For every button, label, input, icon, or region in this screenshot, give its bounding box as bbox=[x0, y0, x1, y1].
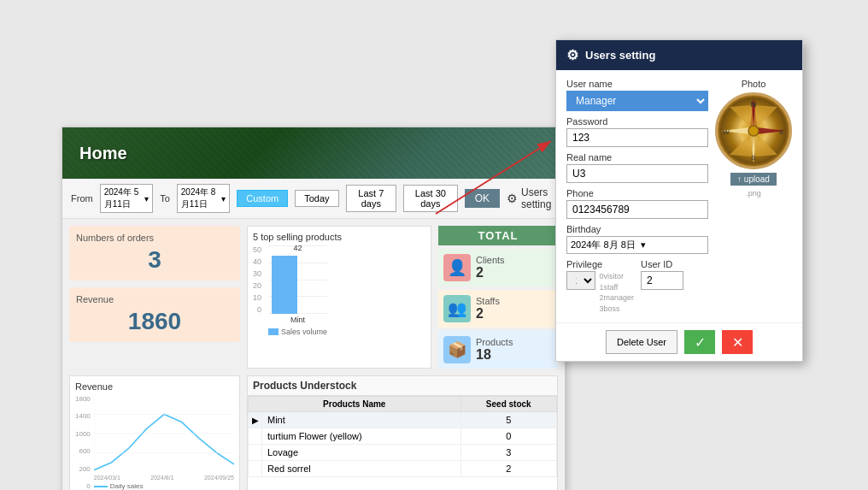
dashboard-panel: Home From 2024年 5月11日 ▾ To 2024年 8月11日 ▾… bbox=[62, 127, 566, 490]
table-row: Red sorrel 2 bbox=[249, 461, 557, 477]
revenue-y-labels: 1800 1400 1000 600 200 0 bbox=[75, 395, 92, 490]
from-date-dropdown-icon[interactable]: ▾ bbox=[144, 194, 149, 204]
clients-label: Clients bbox=[476, 255, 505, 265]
upload-button[interactable]: ↑ upload bbox=[730, 173, 777, 186]
svg-point-17 bbox=[748, 126, 759, 136]
revenue-value: 1860 bbox=[76, 308, 233, 335]
to-date-field[interactable]: 2024年 8月11日 ▾ bbox=[177, 184, 230, 213]
to-date-dropdown-icon[interactable]: ▾ bbox=[221, 194, 226, 204]
bar-chart: 42 bbox=[268, 245, 327, 314]
users-setting-label: Users setting bbox=[521, 186, 556, 210]
dashboard-bottom: Revenue 1800 1400 1000 600 200 0 bbox=[62, 375, 565, 490]
delete-user-button[interactable]: Delete User bbox=[606, 330, 677, 354]
ok-button[interactable]: OK bbox=[465, 189, 500, 208]
svg-text:S: S bbox=[751, 154, 755, 162]
bar-mint-label: Mint bbox=[268, 316, 327, 324]
svg-text:N: N bbox=[751, 100, 757, 109]
clients-icon: 👤 bbox=[443, 254, 471, 281]
products-icon: 📦 bbox=[443, 336, 471, 363]
total-staffs-item: 👥 Staffs 2 bbox=[438, 290, 558, 328]
today-button[interactable]: Today bbox=[295, 190, 338, 207]
upload-hint: .png bbox=[746, 189, 761, 198]
userid-input[interactable] bbox=[641, 271, 683, 290]
dashboard-body: Numbers of orders 3 Revenue 1860 5 top s… bbox=[62, 219, 565, 375]
seed-stock-value: 3 bbox=[460, 445, 556, 461]
product-name: turtium Flower (yellow) bbox=[262, 428, 461, 445]
last30-button[interactable]: Last 30 days bbox=[403, 185, 458, 212]
userid-field-group: User ID bbox=[641, 259, 708, 314]
users-setting-button[interactable]: ⚙ Users setting bbox=[507, 186, 556, 210]
privilege-select[interactable]: 2 bbox=[566, 271, 595, 290]
dashboard-header: Home bbox=[62, 127, 565, 179]
dashboard-toolbar: From 2024年 5月11日 ▾ To 2024年 8月11日 ▾ Cust… bbox=[62, 179, 565, 219]
bar-chart-y-labels: 50 40 30 20 10 0 bbox=[253, 245, 261, 314]
revenue-chart-area: Revenue 1800 1400 1000 600 200 0 bbox=[69, 375, 240, 490]
staffs-label: Staffs bbox=[476, 296, 500, 306]
table-row: turtium Flower (yellow) 0 bbox=[249, 428, 557, 445]
users-panel-footer: Delete User ✓ ✕ bbox=[556, 322, 802, 361]
clients-value: 2 bbox=[476, 265, 505, 280]
photo-column: Photo bbox=[715, 79, 792, 314]
from-date-field[interactable]: 2024年 5月11日 ▾ bbox=[100, 184, 153, 213]
username-select[interactable]: Manager bbox=[566, 91, 708, 111]
staffs-value: 2 bbox=[476, 306, 500, 322]
password-field-group: Password bbox=[566, 116, 708, 147]
revenue-legend-label: Daily sales bbox=[110, 482, 144, 490]
total-clients-item: 👤 Clients 2 bbox=[438, 249, 558, 286]
understock-title: Products Understock bbox=[248, 376, 557, 396]
custom-button[interactable]: Custom bbox=[237, 190, 288, 207]
users-panel-body: User name Manager Password Real name Pho… bbox=[556, 70, 802, 322]
staffs-info: Staffs 2 bbox=[476, 296, 500, 322]
revenue-chart-title: Revenue bbox=[75, 381, 234, 392]
last7-button[interactable]: Last 7 days bbox=[346, 185, 397, 212]
revenue-legend: Daily sales bbox=[94, 482, 234, 490]
form-column: User name Manager Password Real name Pho… bbox=[566, 79, 708, 314]
birthday-field-group: Birthday 2024年 8月 8日 ▾ bbox=[566, 224, 708, 254]
birthday-label: Birthday bbox=[566, 224, 708, 234]
svg-text:E: E bbox=[779, 128, 783, 136]
seed-stock-value: 2 bbox=[460, 461, 556, 477]
total-column: TOTAL 👤 Clients 2 👥 Staffs 2 📦 Products bbox=[438, 226, 558, 369]
orders-card: Numbers of orders 3 bbox=[69, 226, 240, 280]
understock-table: Products NameSeed stock ▶ Mint 5 turtium… bbox=[248, 396, 557, 477]
username-field-group: User name Manager bbox=[566, 79, 708, 111]
dashboard-title: Home bbox=[79, 144, 127, 163]
table-row: Lovage 3 bbox=[249, 445, 557, 461]
table-row: ▶ Mint 5 bbox=[249, 412, 557, 428]
username-label: User name bbox=[566, 79, 708, 89]
products-info: Products 18 bbox=[476, 337, 513, 363]
birthday-dropdown-icon[interactable]: ▾ bbox=[641, 239, 646, 251]
bar-legend: Sales volume bbox=[268, 328, 327, 336]
confirm-button[interactable]: ✓ bbox=[684, 330, 715, 354]
revenue-label: Revenue bbox=[76, 294, 233, 304]
realname-input[interactable] bbox=[566, 164, 708, 183]
total-header: TOTAL bbox=[438, 226, 558, 245]
row-arrow bbox=[249, 428, 262, 445]
row-arrow bbox=[249, 445, 262, 461]
privilege-field-group: Privilege 2 0visitor 1staff 2manager 3bo… bbox=[566, 259, 634, 314]
password-input[interactable] bbox=[566, 128, 708, 147]
users-panel: ⚙ Users setting User name Manager Passwo… bbox=[555, 39, 803, 362]
total-products-item: 📦 Products 18 bbox=[438, 331, 558, 369]
realname-label: Real name bbox=[566, 152, 708, 162]
product-name: Lovage bbox=[262, 445, 461, 461]
privilege-label: Privilege bbox=[566, 259, 634, 269]
phone-input[interactable] bbox=[566, 200, 708, 219]
row-arrow: ▶ bbox=[249, 412, 262, 428]
legend-box-icon bbox=[268, 328, 279, 335]
users-panel-header: ⚙ Users setting bbox=[556, 40, 802, 70]
birthday-value: 2024年 8月 8日 bbox=[571, 239, 636, 251]
revenue-chart-container: 2024/03/1 2024/8/1 2024/09/25 Daily sale… bbox=[94, 395, 234, 490]
userid-label: User ID bbox=[641, 259, 708, 269]
cancel-button[interactable]: ✕ bbox=[722, 330, 753, 354]
seed-stock-value: 0 bbox=[460, 428, 556, 445]
top-products-area: 5 top selling products 50 40 30 20 10 0 bbox=[247, 226, 431, 369]
orders-label: Numbers of orders bbox=[76, 233, 233, 243]
clients-info: Clients 2 bbox=[476, 255, 505, 280]
photo-label: Photo bbox=[742, 79, 766, 89]
to-label: To bbox=[160, 193, 170, 204]
password-label: Password bbox=[566, 116, 708, 127]
to-date-value: 2024年 8月11日 bbox=[181, 186, 220, 210]
row-arrow bbox=[249, 461, 262, 477]
birthday-date-field[interactable]: 2024年 8月 8日 ▾ bbox=[566, 236, 708, 254]
